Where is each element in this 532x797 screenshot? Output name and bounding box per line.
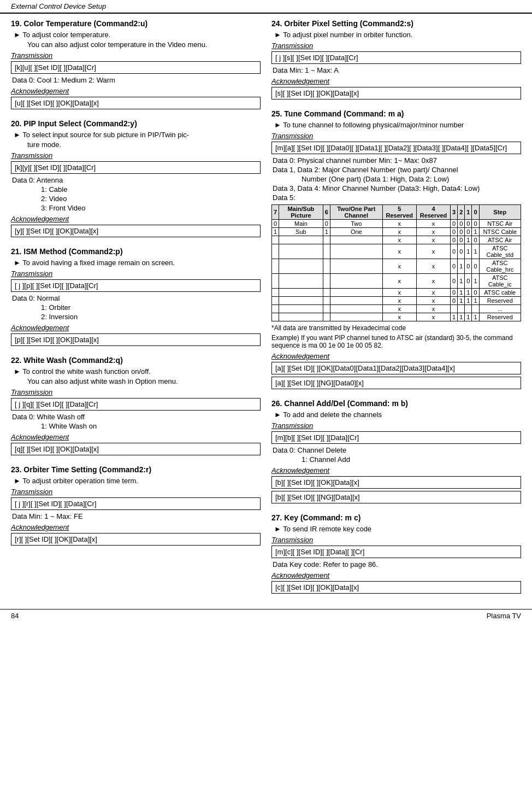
- section-24-intro: ► To adjust pixel number in orbiter func…: [274, 31, 521, 39]
- section-19: 19. Color Temperature (Command2:u) ► To …: [11, 19, 261, 109]
- section-26-ack-label: Acknowledgement: [271, 466, 521, 474]
- section-24-data-0: Data Min: 1 ~ Max: A: [273, 66, 521, 74]
- section-26-data-0: Data 0: Channel Delete: [273, 446, 521, 454]
- section-22-intro: ► To control the white wash function on/…: [14, 367, 261, 376]
- section-23-ack-cmd: [r][ ][Set ID][ ][OK][Data][x]: [11, 533, 261, 546]
- footer-page-num: 84: [11, 612, 19, 620]
- section-21-ack-label: Acknowledgement: [11, 324, 261, 332]
- section-22-transmission-cmd: [ j ][q][ ][Set ID][ ][Data][Cr]: [11, 398, 261, 411]
- tune-table-header-5res: 5 Reserved: [382, 205, 416, 220]
- section-19-ack-cmd: [u][ ][Set ID][ ][OK][Data][x]: [11, 97, 261, 109]
- section-20-data-2: 2: Video: [41, 195, 261, 203]
- table-row: x x ...: [272, 305, 521, 313]
- section-23-intro: ► To adjust orbiter operation time term.: [14, 477, 261, 485]
- section-26: 26. Channel Add/Del (Command: m b) ► To …: [271, 399, 521, 503]
- left-column: 19. Color Temperature (Command2:u) ► To …: [11, 19, 261, 603]
- section-27-transmission-cmd: [m][c][ ][Set ID][ ][Data][ ][Cr]: [271, 546, 521, 558]
- section-27-ack-label: Acknowledgement: [271, 571, 521, 579]
- section-25-note2: Example) If you want PIP channel tuned t…: [271, 334, 521, 349]
- section-24-transmission-label: Transmission: [271, 42, 521, 50]
- table-row: x x 0 1 0 1 ATSC Cable_ic: [272, 274, 521, 289]
- section-25-transmission-label: Transmission: [271, 132, 521, 140]
- footer-product: Plasma TV: [487, 612, 521, 620]
- section-20-intro: ► To select input source for sub picture…: [14, 131, 261, 139]
- section-20-transmission-label: Transmission: [11, 151, 261, 160]
- tune-table-header-1: 1: [465, 205, 472, 220]
- section-26-intro: ► To add and delete the channels: [274, 411, 521, 419]
- section-20-data-1: 1: Cable: [41, 185, 261, 194]
- section-19-intro2: You can also adjust color temperature in…: [27, 40, 261, 49]
- section-20-data-0: Data 0: Antenna: [12, 176, 261, 184]
- section-21-data-2: 2: Inversion: [41, 313, 261, 321]
- section-20-ack-label: Acknowledgement: [11, 215, 261, 223]
- section-26-ack-cmd2: [b][ ][Set ID][ ][NG][Data][x]: [271, 491, 521, 503]
- section-23-title: 23. Orbiter Time Setting (Command2:r): [11, 465, 261, 474]
- section-19-transmission-label: Transmission: [11, 51, 261, 60]
- section-25: 25. Tune Command (Command: m a) ► To tun…: [271, 109, 521, 389]
- table-row: x x 0 1 1 0 ATSC cable: [272, 289, 521, 297]
- section-22-transmission-label: Transmission: [11, 388, 261, 396]
- section-21: 21. ISM Method (Command2:p) ► To avoid h…: [11, 247, 261, 346]
- tune-table-header-3: 3: [451, 205, 458, 220]
- section-23-transmission-cmd: [ j ][r][ ][Set ID][ ][Data][Cr]: [11, 497, 261, 510]
- tune-table-header-step: Step: [479, 205, 521, 220]
- tune-table-header-7: 7: [272, 205, 279, 220]
- section-19-transmission-cmd: [k][u][ ][Set ID][ ][Data][Cr]: [11, 61, 261, 74]
- section-26-ack-cmd1: [b][ ][Set ID][ ][OK][Data][x]: [271, 476, 521, 489]
- section-24-ack-label: Acknowledgement: [271, 77, 521, 85]
- page-footer: 84 Plasma TV: [0, 609, 532, 622]
- section-26-transmission-label: Transmission: [271, 421, 521, 430]
- section-26-transmission-cmd: [m][b][ ][Set ID][ ][Data][Cr]: [271, 431, 521, 444]
- section-25-note1: *All data are transmitted by Hexadecimal…: [271, 324, 521, 332]
- section-24-title: 24. Orbiter Pixel Setting (Command2:s): [271, 19, 521, 28]
- section-21-data-1: 1: Orbiter: [41, 303, 261, 312]
- table-row: 0 Main 0 Two x x 0 0 0 0 NTSC Air: [272, 220, 521, 228]
- section-27: 27. Key (Command: m c) ► To send IR remo…: [271, 513, 521, 594]
- section-22-intro2: You can also adjust white wash in Option…: [27, 377, 261, 385]
- section-22-data-0: Data 0: White Wash off: [12, 413, 261, 421]
- section-22-ack-cmd: [q][ ][Set ID][ ][OK][Data][x]: [11, 443, 261, 455]
- section-25-transmission-cmd: [m][a][ ][Set ID][ ][Data0][ ][Data1][ ]…: [271, 142, 521, 154]
- section-21-data-0: Data 0: Normal: [12, 294, 261, 302]
- table-row: x x 0 0 1 0 ATSC Air: [272, 236, 521, 244]
- section-20: 20. PIP Input Select (Command2:y) ► To s…: [11, 119, 261, 237]
- section-25-data-1: Data 1, Data 2: Major Channel Number (tw…: [273, 166, 521, 174]
- section-24-ack-cmd: [s][ ][Set ID][ ][OK][Data][x]: [271, 87, 521, 99]
- section-24: 24. Orbiter Pixel Setting (Command2:s) ►…: [271, 19, 521, 99]
- section-25-data-0: Data 0: Physical channel number Min: 1~ …: [273, 156, 521, 165]
- section-20-ack-cmd: [y][ ][Set ID][ ][OK][Data][x]: [11, 225, 261, 237]
- section-21-intro: ► To avoid having a fixed image remain o…: [14, 259, 261, 267]
- section-26-data-1: 1: Channel Add: [302, 455, 521, 464]
- section-20-intro2: ture mode.: [27, 140, 261, 149]
- section-20-data-3: 3: Front Video: [41, 204, 261, 212]
- tune-table-header-2: 2: [458, 205, 465, 220]
- section-27-title: 27. Key (Command: m c): [271, 513, 521, 522]
- tune-table-header-6: 6: [323, 205, 330, 220]
- section-25-ack-cmd1: [a][ ][Set ID][ ][OK][Data0][Data1][Data…: [271, 362, 521, 374]
- section-22-title: 22. White Wash (Command2:q): [11, 356, 261, 365]
- section-19-title: 19. Color Temperature (Command2:u): [11, 19, 261, 28]
- right-column: 24. Orbiter Pixel Setting (Command2:s) ►…: [271, 19, 521, 603]
- section-20-transmission-cmd: [k][y][ ][Set ID][ ][Data][Cr]: [11, 161, 261, 174]
- section-20-title: 20. PIP Input Select (Command2:y): [11, 119, 261, 128]
- section-25-data-2: Number (One part) (Data 1: High, Data 2:…: [302, 175, 521, 183]
- table-row: x x 0 1 1 1 Reserved: [272, 297, 521, 305]
- section-19-intro: ► To adjust color temperature.: [14, 31, 261, 39]
- section-26-title: 26. Channel Add/Del (Command: m b): [271, 399, 521, 408]
- section-27-transmission-label: Transmission: [271, 536, 521, 544]
- section-21-title: 21. ISM Method (Command2:p): [11, 247, 261, 256]
- section-25-intro: ► To tune channel to following physical/…: [274, 121, 521, 129]
- section-25-title: 25. Tune Command (Command: m a): [271, 109, 521, 118]
- section-23: 23. Orbiter Time Setting (Command2:r) ► …: [11, 465, 261, 546]
- section-27-intro: ► To send IR remote key code: [274, 525, 521, 533]
- section-27-ack-cmd: [c][ ][Set ID][ ][OK][Data][x]: [271, 581, 521, 594]
- table-row: x x 0 0 1 1 ATSC Cable_std: [272, 244, 521, 259]
- table-row: 1 Sub 1 One x x 0 0 0 1 NTSC Cable: [272, 228, 521, 236]
- tune-table: 7 Main/Sub Picture 6 Two/One Part Channe…: [271, 204, 521, 321]
- page-content: 19. Color Temperature (Command2:u) ► To …: [0, 14, 532, 609]
- section-23-transmission-label: Transmission: [11, 488, 261, 496]
- section-25-data-4: Data 5:: [273, 194, 521, 202]
- tune-table-header-mainsub: Main/Sub Picture: [279, 205, 323, 220]
- section-23-data-0: Data Min: 1 ~ Max: FE: [12, 512, 261, 520]
- page-header: External Control Device Setup: [0, 0, 532, 14]
